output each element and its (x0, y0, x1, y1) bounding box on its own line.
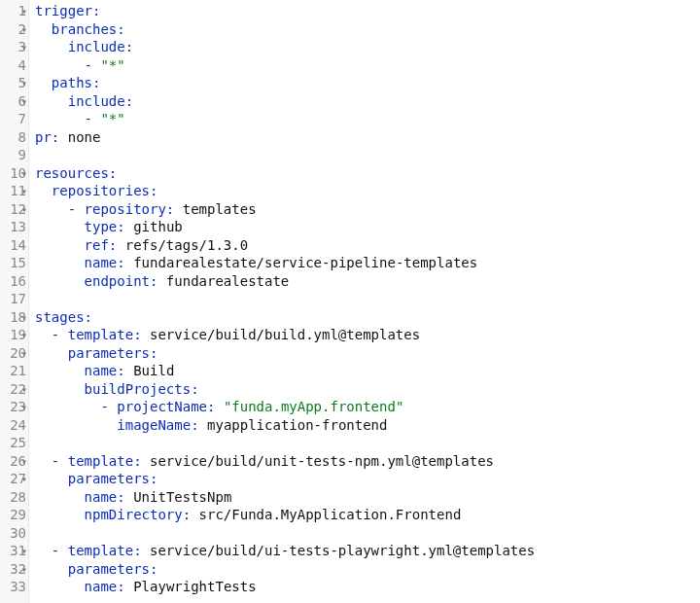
gutter-line: 17 (0, 290, 26, 308)
yaml-text: UnitTestsNpm (125, 489, 232, 505)
yaml-text (35, 507, 85, 522)
fold-toggle-icon[interactable]: ▾ (18, 165, 27, 184)
code-line: parameters: (35, 344, 535, 363)
yaml-key: trigger: (35, 3, 100, 18)
fold-toggle-icon[interactable]: ▾ (18, 561, 27, 580)
yaml-text: PlaywrightTests (125, 579, 257, 594)
fold-toggle-icon[interactable]: ▾ (18, 21, 27, 40)
fold-toggle-icon[interactable]: ▾ (18, 93, 27, 112)
gutter-line: 24 (0, 416, 26, 435)
gutter-line: 8 (0, 128, 26, 147)
fold-toggle-icon[interactable]: ▾ (18, 75, 27, 93)
fold-toggle-icon[interactable]: ▾ (18, 453, 27, 472)
yaml-text (35, 561, 68, 577)
line-number: 13 (9, 218, 26, 236)
line-number: 29 (9, 506, 26, 524)
yaml-string: "*" (100, 111, 124, 126)
yaml-key: parameters: (68, 471, 158, 486)
code-area[interactable]: trigger: branches: include: - "*" paths:… (29, 0, 535, 603)
yaml-key: pr: (35, 129, 59, 145)
code-line: paths: (35, 74, 535, 92)
yaml-key: name: (85, 363, 125, 378)
code-editor: 1▾2▾3▾45▾6▾78910▾11▾12▾131415161718▾19▾2… (0, 0, 700, 603)
fold-toggle-icon[interactable]: ▾ (18, 39, 27, 57)
yaml-text: service/build/ui-tests-playwright.yml@te… (142, 543, 536, 558)
yaml-key: name: (85, 579, 125, 594)
line-number-gutter: 1▾2▾3▾45▾6▾78910▾11▾12▾131415161718▾19▾2… (0, 0, 29, 603)
yaml-string: "funda.myApp.frontend" (224, 399, 403, 414)
yaml-key: repository: (85, 201, 175, 217)
yaml-key: projectName: (117, 399, 215, 414)
yaml-dash: - (52, 543, 68, 558)
yaml-text: fundarealestate (158, 273, 289, 289)
yaml-string: "*" (100, 57, 124, 73)
yaml-key: branches: (52, 21, 125, 37)
line-number: 28 (9, 488, 26, 507)
fold-toggle-icon[interactable]: ▾ (18, 345, 27, 364)
yaml-text (35, 57, 85, 73)
gutter-line: 26▾ (0, 452, 26, 471)
yaml-text (35, 93, 68, 109)
code-line: name: PlaywrightTests (35, 578, 535, 596)
yaml-text: fundarealestate/service-pipeline-templat… (125, 255, 477, 270)
line-number: 33 (9, 578, 26, 596)
yaml-text (35, 417, 117, 433)
gutter-line: 15 (0, 254, 26, 272)
yaml-key: template: (68, 453, 142, 469)
fold-toggle-icon[interactable]: ▾ (18, 381, 27, 400)
code-line: stages: (35, 308, 535, 327)
yaml-text (35, 183, 52, 198)
fold-toggle-icon[interactable]: ▾ (18, 471, 27, 489)
code-line: trigger: (35, 2, 535, 20)
code-line (35, 524, 535, 543)
line-number: 17 (9, 290, 26, 308)
fold-toggle-icon[interactable]: ▾ (18, 3, 27, 21)
code-line: imageName: myapplication-frontend (35, 416, 535, 435)
yaml-text: service/build/build.yml@templates (142, 327, 421, 342)
yaml-text (35, 543, 52, 558)
yaml-key: name: (85, 489, 125, 505)
code-line: - "*" (35, 110, 535, 128)
gutter-line: 28 (0, 488, 26, 507)
fold-toggle-icon[interactable]: ▾ (18, 399, 27, 417)
gutter-line: 3▾ (0, 38, 26, 56)
yaml-dash: - (68, 201, 85, 217)
yaml-text: myapplication-frontend (199, 417, 388, 433)
yaml-key: paths: (52, 75, 101, 90)
fold-toggle-icon[interactable]: ▾ (18, 183, 27, 201)
yaml-text: src/Funda.MyApplication.Frontend (191, 507, 461, 522)
code-line: - repository: templates (35, 200, 535, 219)
yaml-text (35, 75, 52, 90)
yaml-key: include: (68, 93, 133, 109)
line-number: 30 (9, 524, 26, 543)
code-line (35, 434, 535, 452)
fold-toggle-icon[interactable]: ▾ (18, 201, 27, 220)
line-number: 7 (9, 110, 26, 128)
yaml-key: template: (68, 543, 142, 558)
gutter-line: 33 (0, 578, 26, 596)
fold-toggle-icon[interactable]: ▾ (18, 543, 27, 561)
code-line: branches: (35, 20, 535, 39)
yaml-text (35, 489, 85, 505)
gutter-line: 4 (0, 56, 26, 75)
line-number: 9 (9, 146, 26, 164)
yaml-text (35, 345, 68, 361)
yaml-text (35, 21, 52, 37)
yaml-key: buildProjects: (85, 381, 199, 397)
yaml-text (35, 453, 52, 469)
yaml-text: service/build/unit-tests-npm.yml@templat… (142, 453, 494, 469)
fold-toggle-icon[interactable]: ▾ (18, 309, 27, 328)
gutter-line: 32▾ (0, 560, 26, 579)
code-line: npmDirectory: src/Funda.MyApplication.Fr… (35, 506, 535, 524)
gutter-line: 10▾ (0, 164, 26, 183)
gutter-line: 7 (0, 110, 26, 128)
code-line: name: fundarealestate/service-pipeline-t… (35, 254, 535, 272)
yaml-key: stages: (35, 309, 92, 325)
code-line: - "*" (35, 56, 535, 75)
yaml-key: endpoint: (85, 273, 158, 289)
yaml-text: Build (125, 363, 175, 378)
fold-toggle-icon[interactable]: ▾ (18, 327, 27, 345)
gutter-line: 27▾ (0, 470, 26, 488)
code-line: resources: (35, 164, 535, 183)
yaml-text (35, 237, 85, 253)
